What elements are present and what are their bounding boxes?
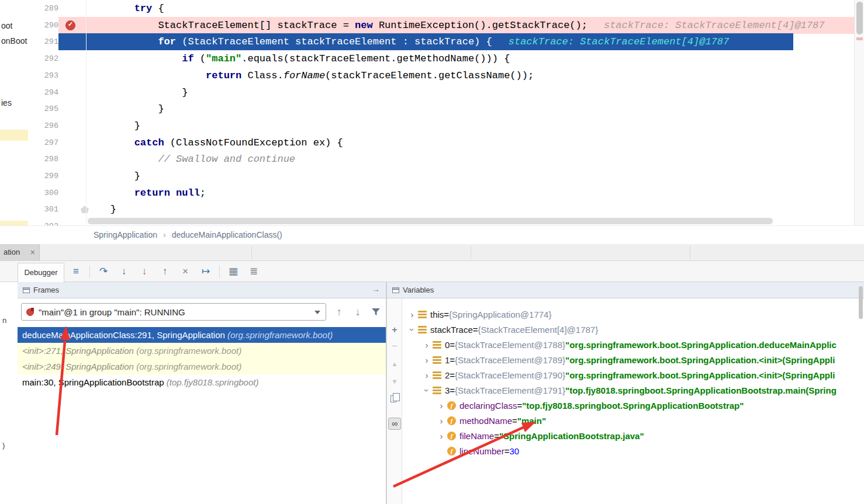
code-line-290[interactable]: 290 StackTraceElement[] stackTrace = new… (0, 17, 864, 34)
chevron-right-icon[interactable]: › (407, 310, 417, 319)
code-line-293[interactable]: 293 return Class.forName(stackTraceEleme… (0, 67, 864, 84)
code-token: return (206, 70, 241, 81)
add-watch-icon[interactable]: + (387, 324, 402, 336)
code-line-298[interactable]: 298 // Swallow and continue (0, 151, 864, 168)
code-line-295[interactable]: 295 } (0, 100, 864, 117)
equals-sign: = (504, 446, 510, 456)
chevron-right-icon[interactable]: › (437, 431, 446, 441)
chevron-right-icon[interactable]: › (422, 355, 431, 365)
breakpoint-stripe-mark[interactable] (856, 37, 863, 40)
variable-reference: {StackTraceElement@1791} (455, 385, 565, 395)
move-watch-down-icon[interactable]: ▼ (387, 378, 402, 385)
line-number[interactable]: 289 (28, 0, 58, 17)
line-number[interactable]: 293 (28, 67, 58, 84)
line-number[interactable]: 296 (28, 117, 58, 134)
frame-up-icon[interactable]: ↑ (332, 305, 346, 319)
code-line-294[interactable]: 294 } (0, 84, 864, 101)
layout-settings-icon[interactable]: ≡ (69, 265, 83, 279)
variable-row[interactable]: ›fmethodName = "main" (402, 413, 864, 428)
frame-row[interactable]: <init>:271, SpringApplication (org.sprin… (18, 343, 386, 359)
variable-row[interactable]: ›0 = {StackTraceElement@1788} "org.sprin… (402, 337, 864, 352)
code-indent (87, 187, 134, 199)
frame-row[interactable]: <init>:249, SpringApplication (org.sprin… (18, 359, 386, 374)
line-number[interactable]: 300 (28, 185, 58, 201)
settings-lines-icon[interactable]: ≣ (247, 265, 261, 279)
line-number[interactable]: 294 (28, 84, 58, 101)
variable-row[interactable]: ›2 = {StackTraceElement@1790} "org.sprin… (402, 367, 864, 383)
line-number[interactable]: 298 (28, 151, 58, 168)
step-into-icon[interactable]: ↓ (117, 265, 131, 279)
thread-selector[interactable]: "main"@1 in group "main": RUNNING (21, 303, 326, 321)
code-token: StackTraceElement[] stackTrace = (158, 20, 355, 31)
code-line-289[interactable]: 289 try { (0, 0, 864, 17)
evaluate-grid-icon[interactable]: ▦ (226, 265, 240, 279)
frames-header: Frames → (18, 282, 386, 298)
code-indent (87, 87, 182, 98)
variable-row[interactable]: ›stackTrace = {StackTraceElement[4]@1787… (402, 322, 864, 337)
run-to-cursor-icon[interactable]: ↦ (199, 265, 213, 279)
breadcrumb: SpringApplication›deduceMainApplicationC… (0, 225, 864, 244)
remove-watch-icon[interactable]: − (387, 340, 402, 352)
code-line-292[interactable]: 292 if ("main".equals(stackTraceElement.… (0, 50, 864, 67)
force-step-into-icon[interactable]: ↓ (137, 265, 151, 279)
vertical-scrollbar[interactable] (854, 0, 864, 225)
chevron-right-icon[interactable]: › (437, 416, 446, 426)
breadcrumb-class[interactable]: SpringApplication (94, 230, 157, 239)
chevron-down-icon[interactable] (315, 311, 320, 314)
line-number[interactable]: 297 (28, 134, 58, 151)
line-number[interactable]: 302 (28, 218, 58, 225)
code-line-300[interactable]: 300 return null; (0, 185, 864, 201)
code-token: for (158, 36, 176, 47)
drop-frame-icon[interactable]: × (178, 265, 192, 279)
code-line-299[interactable]: 299 } (0, 168, 864, 185)
breadcrumb-method[interactable]: deduceMainApplicationClass() (172, 230, 282, 239)
variable-row[interactable]: ›1 = {StackTraceElement@1789} "org.sprin… (402, 352, 864, 367)
breakpoint-verified-icon[interactable] (65, 20, 75, 30)
step-over-icon[interactable]: ↷ (96, 265, 110, 279)
frame-row[interactable]: main:30, SpringApplicationBootstrap (top… (18, 374, 386, 390)
chevron-right-icon[interactable]: › (422, 340, 431, 350)
horizontal-scrollbar-thumb[interactable] (88, 218, 773, 224)
line-number[interactable]: 295 (28, 100, 58, 117)
variable-row[interactable]: ›ffileName = "SpringApplicationBootstrap… (402, 428, 864, 443)
variables-scrollbar-thumb[interactable] (859, 286, 863, 319)
code-line-297[interactable]: 297 catch (ClassNotFoundException ex) { (0, 134, 864, 151)
chevron-right-icon[interactable]: › (437, 401, 446, 411)
gutter-icon-zone (58, 117, 87, 134)
chevron-down-icon[interactable]: › (407, 325, 417, 334)
variable-string-value: "top.fjy8018.springboot.SpringApplicatio… (522, 401, 744, 411)
gutter-icon-zone (58, 50, 87, 67)
chevron-down-icon[interactable]: › (422, 385, 432, 395)
tool-window-tab[interactable]: ation × (0, 244, 40, 261)
show-return-values-icon[interactable]: ∞ (388, 418, 401, 430)
frames-focus-icon[interactable]: → (372, 284, 380, 294)
line-number[interactable]: 299 (28, 168, 58, 185)
code-line-296[interactable]: 296 } (0, 117, 864, 134)
line-number[interactable]: 292 (28, 50, 58, 67)
code-line-301[interactable]: 301 } (0, 201, 864, 218)
tab-debugger[interactable]: Debugger (18, 263, 64, 282)
line-number[interactable]: 290 (28, 17, 58, 34)
line-number[interactable]: 301 (28, 201, 58, 218)
code-token: catch (134, 137, 164, 148)
thread-filter-icon[interactable] (371, 307, 381, 319)
duplicate-watch-icon[interactable] (390, 395, 396, 402)
line-number[interactable]: 291 (28, 33, 58, 50)
code-text: StackTraceElement[] stackTrace = new Run… (87, 17, 854, 34)
close-icon[interactable]: × (30, 244, 35, 260)
step-out-icon[interactable]: ↑ (158, 265, 172, 279)
scrollbar-thumb[interactable] (856, 2, 863, 34)
variable-string-value: "org.springframework.boot.SpringApplicat… (565, 370, 835, 380)
move-watch-up-icon[interactable]: ▲ (387, 360, 402, 367)
chevron-right-icon[interactable]: › (422, 370, 431, 380)
equals-sign: = (450, 370, 455, 380)
frame-method: <init>:271, SpringApplication (22, 346, 134, 356)
frame-row[interactable]: deduceMainApplicationClass:291, SpringAp… (18, 327, 386, 343)
gutter-icon-zone (58, 33, 87, 50)
variable-row[interactable]: ›flineNumber = 30 (402, 443, 864, 458)
code-line-291[interactable]: 291 for (StackTraceElement stackTraceEle… (0, 33, 864, 50)
variable-row[interactable]: ›fdeclaringClass = "top.fjy8018.springbo… (402, 398, 864, 413)
frame-down-icon[interactable]: ↓ (351, 305, 365, 319)
variable-row[interactable]: ›3 = {StackTraceElement@1791} "top.fjy80… (402, 383, 864, 398)
variable-row[interactable]: ›this = {SpringApplication@1774} (402, 307, 864, 322)
